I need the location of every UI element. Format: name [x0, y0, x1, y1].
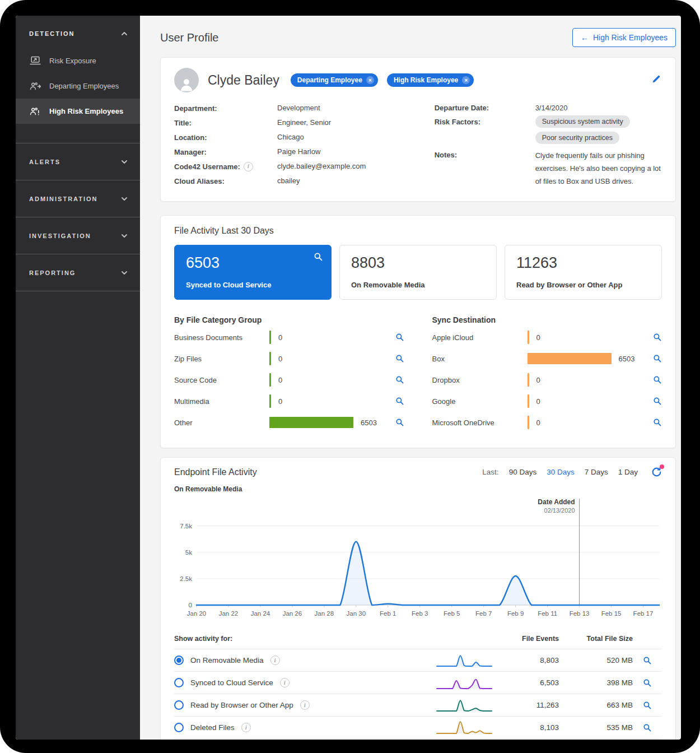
chevron-up-icon — [121, 31, 128, 36]
title-value: Engineer, Senior — [277, 116, 411, 129]
departure-date-value: 3/14/2020 — [535, 101, 662, 114]
search-icon[interactable] — [395, 333, 404, 342]
range-90-days[interactable]: 90 Days — [509, 468, 537, 476]
activity-row-zip-files[interactable]: Zip Files i 360 124 MB — [174, 739, 662, 740]
refresh-icon[interactable] — [651, 467, 662, 477]
chevron-down-icon — [121, 197, 128, 201]
sidebar-item-label: Risk Exposure — [49, 57, 96, 65]
search-icon[interactable] — [633, 723, 662, 732]
search-icon[interactable] — [395, 418, 404, 427]
bar-row: Dropbox 0 — [432, 369, 662, 391]
file-activity-title: File Activity Last 30 Days — [174, 226, 662, 236]
stat-card-removable-media[interactable]: 8803 On Removable Media — [339, 245, 497, 300]
sidebar-item-high-risk-employees[interactable]: High Risk Employees — [16, 99, 140, 124]
svg-text:Feb 17: Feb 17 — [633, 610, 654, 617]
risk-factor-pill: Suspicious system activity — [535, 115, 630, 128]
bar-row: Microsoft OneDrive 0 — [432, 412, 662, 433]
badge-remove-icon[interactable]: ✕ — [366, 76, 374, 84]
svg-text:Jan 22: Jan 22 — [219, 610, 239, 617]
page-title: User Profile — [160, 31, 218, 44]
file-activity-card: File Activity Last 30 Days 6503 Synced t… — [160, 215, 676, 448]
radio-button[interactable] — [174, 723, 184, 732]
time-range-selector: Last: 90 Days 30 Days 7 Days 1 Day — [482, 467, 662, 477]
bar — [269, 352, 271, 365]
section-label: REPORTING — [29, 269, 76, 276]
bar-row: Other 6503 — [174, 412, 404, 433]
radio-button[interactable] — [174, 656, 184, 665]
radio-button[interactable] — [174, 678, 184, 687]
back-to-high-risk-employees-button[interactable]: ← High Risk Employees — [572, 28, 676, 47]
bar-row: Source Code 0 — [174, 369, 404, 391]
info-icon[interactable]: i — [270, 656, 280, 665]
app-window: DETECTION Risk Exposure Departing Employ… — [16, 16, 681, 740]
svg-text:Feb 5: Feb 5 — [444, 610, 460, 617]
activity-row-synced-to-cloud[interactable]: Synced to Cloud Service i 6,503 398 MB — [174, 672, 662, 694]
search-icon[interactable] — [395, 375, 404, 384]
endpoint-activity-title: Endpoint File Activity — [174, 467, 257, 477]
by-file-category-group: By File Category Group Business Document… — [174, 315, 404, 433]
search-icon[interactable] — [653, 354, 662, 363]
bar-row: Business Documents 0 — [174, 327, 404, 348]
sidebar-section-detection[interactable]: DETECTION — [16, 16, 140, 48]
search-icon[interactable] — [653, 375, 662, 384]
arrow-left-icon: ← — [581, 33, 589, 42]
activity-table-header: Show activity for: File Events Total Fil… — [174, 629, 662, 649]
search-icon[interactable] — [395, 354, 404, 363]
main-content: User Profile ← High Risk Employees Clyde… — [140, 16, 681, 740]
search-icon[interactable] — [633, 701, 662, 710]
bar — [528, 331, 529, 344]
activity-row-read-by-browser[interactable]: Read by Browser or Other App i 11,263 66… — [174, 694, 662, 717]
sidebar-item-label: High Risk Employees — [49, 107, 123, 115]
area-chart: 02.5k5k7.5kJan 20Jan 22Jan 24Jan 26Jan 2… — [174, 495, 668, 622]
range-1-day[interactable]: 1 Day — [618, 468, 638, 476]
svg-text:Feb 1: Feb 1 — [380, 610, 396, 617]
range-30-days[interactable]: 30 Days — [547, 468, 575, 476]
svg-text:Feb 11: Feb 11 — [538, 610, 557, 617]
info-icon[interactable]: i — [300, 700, 310, 710]
search-icon[interactable] — [653, 397, 662, 406]
info-icon[interactable]: i — [244, 162, 253, 171]
bar — [528, 373, 529, 387]
search-icon[interactable] — [653, 333, 662, 342]
sparkline — [433, 719, 495, 736]
info-icon[interactable]: i — [280, 678, 290, 687]
search-icon[interactable] — [314, 252, 323, 264]
badge-remove-icon[interactable]: ✕ — [462, 76, 470, 84]
sidebar-section-reporting[interactable]: REPORTING — [16, 254, 140, 291]
range-7-days[interactable]: 7 Days — [585, 468, 608, 476]
badge-high-risk-employee: High Risk Employee ✕ — [387, 73, 474, 87]
stat-card-synced-to-cloud[interactable]: 6503 Synced to Cloud Service — [174, 245, 332, 300]
search-icon[interactable] — [395, 397, 404, 406]
edit-profile-icon[interactable] — [652, 75, 661, 86]
activity-row-deleted-files[interactable]: Deleted Files i 8,103 535 MB — [174, 717, 662, 739]
svg-text:Jan 28: Jan 28 — [315, 610, 334, 617]
sparkline — [433, 675, 495, 691]
svg-text:Feb 3: Feb 3 — [412, 610, 428, 617]
radio-button[interactable] — [174, 700, 184, 710]
sidebar-item-risk-exposure[interactable]: Risk Exposure — [16, 48, 140, 73]
badge-departing-employee: Departing Employee ✕ — [291, 73, 378, 87]
sidebar-item-departing-employees[interactable]: Departing Employees — [16, 73, 140, 99]
bar — [269, 373, 271, 387]
sidebar: DETECTION Risk Exposure Departing Employ… — [16, 16, 140, 740]
sidebar-section-alerts[interactable]: ALERTS — [16, 143, 140, 180]
svg-text:Feb 15: Feb 15 — [601, 610, 622, 617]
svg-text:Jan 30: Jan 30 — [347, 610, 366, 617]
sidebar-section-investigation[interactable]: INVESTIGATION — [16, 217, 140, 254]
profile-card: Clyde Bailey Departing Employee ✕ High R… — [160, 57, 676, 202]
stat-card-read-by-browser[interactable]: 11263 Read by Browser or Other App — [505, 245, 662, 300]
svg-text:Date Added: Date Added — [538, 498, 575, 506]
activity-row-on-removable-media[interactable]: On Removable Media i 8,803 520 MB — [174, 649, 662, 672]
search-icon[interactable] — [633, 678, 662, 687]
alert-dot — [660, 464, 664, 469]
svg-text:7.5k: 7.5k — [180, 523, 192, 529]
sidebar-section-administration[interactable]: ADMINISTRATION — [16, 180, 140, 217]
search-icon[interactable] — [653, 418, 662, 427]
chevron-down-icon — [121, 234, 128, 238]
location-value: Chicago — [277, 131, 411, 144]
info-icon[interactable]: i — [241, 723, 251, 732]
svg-text:Jan 24: Jan 24 — [251, 610, 270, 617]
search-icon[interactable] — [633, 656, 662, 665]
username-value: clyde.bailey@example.com — [277, 160, 411, 173]
section-label: ADMINISTRATION — [29, 196, 98, 202]
